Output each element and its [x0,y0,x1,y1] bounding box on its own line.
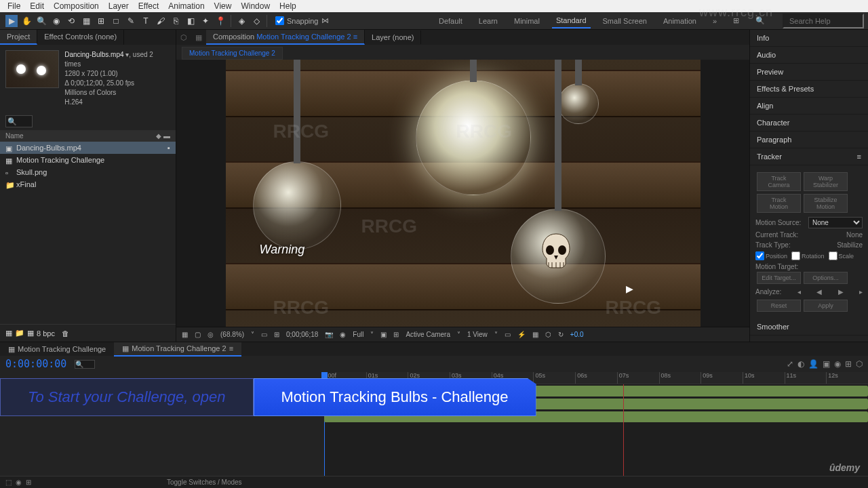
menu-effect[interactable]: Effect [134,1,163,11]
asset-item[interactable]: ▦Motion Tracking Challenge [0,154,176,166]
render-icon[interactable]: ◉ [16,479,22,486]
tracker-panel-header[interactable]: Tracker≡ [750,148,868,165]
hand-tool-icon[interactable]: ✋ [20,15,33,27]
clone-tool-icon[interactable]: ⎘ [170,15,182,27]
new-comp-icon[interactable]: ▦ [27,329,34,338]
toggle-switches[interactable]: Toggle Switches / Modes [167,479,242,486]
smoother-panel-header[interactable]: Smoother [750,319,868,336]
guides-toggle-icon[interactable]: ◎ [208,331,214,338]
align-panel-header[interactable]: Align [750,98,868,115]
current-timecode[interactable]: 0:00:00:00 [5,358,66,370]
roi-icon[interactable]: ▣ [380,331,387,338]
workspace-minimal[interactable]: Minimal [510,14,544,28]
composition-view[interactable]: Warning ▶ RRCG RRCG RRCG RRCG RRCG [176,60,749,327]
trash-icon[interactable]: 🗑 [62,329,69,338]
menu-animation[interactable]: Animation [163,1,209,11]
orbit-tool-icon[interactable]: ◉ [50,15,62,27]
rotate-tool-icon[interactable]: ⟲ [65,15,77,27]
analyze-fwd-icon[interactable]: ▸ [859,288,863,296]
puppet-tool-icon[interactable]: 📍 [214,15,226,27]
selection-tool-icon[interactable]: ▶ [5,15,18,27]
brainstorm-icon[interactable]: ⬡ [856,359,863,369]
snapshot-icon[interactable]: 📷 [325,331,333,338]
viewer-nav-icon[interactable]: ▦ [191,33,206,42]
track-camera-button[interactable]: Track Camera [757,172,801,191]
warp-stabilizer-button[interactable]: Warp Stabilizer [804,172,848,191]
grid-icon[interactable]: ⊞ [393,331,399,338]
flowchart-tab[interactable]: Motion Tracking Challenge 2 [182,47,283,60]
name-column[interactable]: Name [5,132,24,140]
workspace-default[interactable]: Default [435,14,467,28]
lock-icon[interactable]: ⊞ [26,479,31,486]
effects-presets-panel-header[interactable]: Effects & Presets [750,81,868,98]
channel-icon[interactable]: ◉ [340,331,346,338]
local-axis-icon[interactable]: ◈ [235,15,248,27]
edit-target-button[interactable]: Edit Target... [757,272,801,284]
exposure-value[interactable]: +0.0 [570,331,584,338]
timeline-search[interactable] [75,360,95,369]
pixel-aspect-icon[interactable]: ▭ [505,331,511,338]
zoom-level[interactable]: (68.8%) [220,331,244,338]
graph-editor-icon[interactable]: ⊞ [845,359,852,369]
timeline-tab-2[interactable]: ▦Motion Tracking Challenge 2 ≡ [114,342,241,357]
draft-3d-icon[interactable]: ◐ [797,359,804,369]
apply-button[interactable]: Apply [804,300,848,312]
interp-icon[interactable]: ▦ [5,329,12,338]
motion-source-dropdown[interactable]: None [808,217,863,228]
zoom-tool-icon[interactable]: 🔍 [35,15,47,27]
transparency-icon[interactable]: ⊞ [274,331,279,338]
workspace-standard[interactable]: Standard [552,14,591,28]
scale-check[interactable]: Scale [829,251,854,260]
project-search-input[interactable] [5,115,33,127]
views-dropdown[interactable]: 1 View [467,331,488,338]
snapping-toggle[interactable]: Snapping ⋈ [275,16,329,25]
comp-flowchart-icon[interactable]: ⬡ [545,331,551,338]
analyze-step-back-icon[interactable]: ◀ [816,288,822,296]
grid-toggle-icon[interactable]: ▢ [195,331,201,338]
rotation-check[interactable]: Rotation [791,251,825,260]
timeline-icon[interactable]: ▦ [532,331,538,338]
composition-tab[interactable]: Composition Motion Tracking Challenge 2 … [206,30,365,45]
pan-behind-tool-icon[interactable]: ⊞ [95,15,107,27]
menu-window[interactable]: Window [236,1,275,11]
menu-composition[interactable]: Composition [49,1,104,11]
effect-controls-tab[interactable]: Effect Controls (none) [37,30,124,45]
camera-dropdown[interactable]: Active Camera [406,331,450,338]
timecode-display[interactable]: 0;00;06;18 [286,331,318,338]
motion-blur-icon[interactable]: ◉ [834,359,841,369]
tag-column-icon[interactable]: ◆ ▬ [156,132,170,140]
shape-tool-icon[interactable]: □ [110,15,122,27]
character-panel-header[interactable]: Character [750,115,868,131]
roto-tool-icon[interactable]: ✦ [199,15,212,27]
menu-view[interactable]: View [210,1,237,11]
asset-item[interactable]: ▣Dancing-Bulbs.mp4▪ [0,142,176,154]
resolution-icon[interactable]: ▭ [261,331,267,338]
resolution-dropdown[interactable]: Full [353,331,363,338]
shy-icon[interactable]: 👤 [808,359,818,369]
audio-panel-header[interactable]: Audio [750,47,868,64]
stabilize-motion-button[interactable]: Stabilize Motion [804,194,848,213]
analyze-step-fwd-icon[interactable]: ▶ [838,288,844,296]
menu-help[interactable]: Help [275,1,301,11]
eraser-tool-icon[interactable]: ◧ [184,15,197,27]
menu-edit[interactable]: Edit [25,1,49,11]
project-tab[interactable]: Project [0,30,37,45]
paragraph-panel-header[interactable]: Paragraph [750,131,868,148]
analyze-back-icon[interactable]: ◂ [797,288,801,296]
reset-button[interactable]: Reset [757,300,801,312]
world-axis-icon[interactable]: ◇ [250,15,262,27]
track-motion-button[interactable]: Track Motion [757,194,801,213]
camera-tool-icon[interactable]: ▦ [80,15,92,27]
fast-preview-icon[interactable]: ⚡ [517,331,526,338]
layer-tab[interactable]: Layer (none) [365,30,421,44]
frame-blend-icon[interactable]: ▣ [823,359,830,369]
text-tool-icon[interactable]: T [140,15,152,27]
pen-tool-icon[interactable]: ✎ [125,15,137,27]
menu-file[interactable]: File [3,1,25,11]
asset-item[interactable]: ▫Skull.png [0,166,176,178]
bpc-toggle[interactable]: 8 bpc [37,329,55,338]
preview-panel-header[interactable]: Preview [750,64,868,81]
timeline-tab-1[interactable]: ▦Motion Tracking Challenge [0,343,114,356]
mask-toggle-icon[interactable]: ▦ [182,331,188,338]
composition-minimap-icon[interactable]: ⤢ [787,359,793,369]
